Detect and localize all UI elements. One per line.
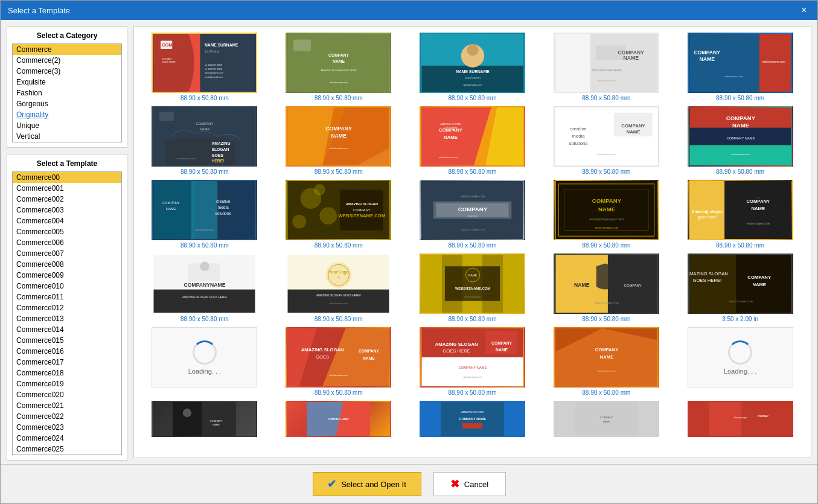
category-item[interactable]: Unique [13,120,121,131]
template-thumbnail-19[interactable]: AMAZING SLOGAN GOES HERE! COMPANY NAME W… [688,254,793,314]
template-list-item[interactable]: Commerce020 [13,389,121,400]
template-list-item[interactable]: Commerce012 [13,302,121,313]
template-thumbnail-13[interactable]: COMPANY NAME Amazing slogan goes here! W… [554,180,659,240]
template-list-item[interactable]: Commerce024 [13,433,121,444]
close-button[interactable]: × [798,4,810,16]
svg-text:COMPANY: COMPANY [600,416,613,419]
template-list-item[interactable]: Commerce006 [13,237,121,248]
template-list-item[interactable]: Commerce00 [13,172,121,183]
template-list-item[interactable]: Commerce014 [13,324,121,335]
template-list-item[interactable]: Commerce011 [13,292,121,302]
template-list-item[interactable]: Commerce025 [13,444,121,455]
template-thumbnail-3[interactable]: COMPANY NAME SLOGAN GOES HERE websitenam… [554,33,659,93]
template-thumbnail-12[interactable]: COMPANY NAME WEBSITE NAME.COM WEBSITE NA… [420,180,525,240]
template-card-loading-1[interactable]: Loading. . . [140,327,269,396]
template-card-6[interactable]: COMPANY NAME websitename.com 88.90 x 50.… [274,106,403,175]
template-card-10[interactable]: COMPANY NAME creative media solutions we… [140,180,269,249]
template-card-9[interactable]: COMPANY NAME COMPANY NAME websitename.co… [676,106,805,175]
template-card-13[interactable]: COMPANY NAME Amazing slogan goes here! W… [542,180,671,249]
template-card-11[interactable]: AMAZING SLOGAN COMPANY WEBSITENAME.COM 8… [274,180,403,249]
category-item[interactable]: Commerce(3) [13,66,121,77]
template-thumbnail-6[interactable]: COMPANY NAME websitename.com [286,106,391,167]
template-card-21[interactable]: AMAZING SLOGAN GOES HERE COMPANY NAME CO… [408,327,537,396]
template-thumbnail-10[interactable]: COMPANY NAME creative media solutions we… [152,180,257,240]
category-item[interactable]: Fashion [13,88,121,98]
template-thumbnail-5[interactable]: COMPANY NAME AMAZING SLOGAN GOES HERE! w… [152,106,257,167]
template-thumbnail-24[interactable]: COMPANY NAME [286,401,391,437]
template-list-item[interactable]: Commerce004 [13,215,121,226]
category-item[interactable]: Commerce(2) [13,55,121,66]
template-card-4[interactable]: COMPANY NAME websitename.com websitename… [676,33,805,101]
template-card-23[interactable]: COMPANY NAME [140,401,269,439]
template-card-8[interactable]: creative media solutions COMPANY NAME we… [542,106,671,175]
template-list-item[interactable]: Commerce021 [13,400,121,411]
category-item[interactable]: Gorgeous [13,98,121,109]
template-card-0[interactable]: NAME SURNAME Job Position COMPANY NAME S… [140,33,269,101]
template-card-loading-2[interactable]: Loading. . . [676,327,805,396]
template-card-7[interactable]: COMPANY NAME AMAZING SLOGAN GOES HERE we… [408,106,537,175]
template-thumbnail-25[interactable]: AMAZING SLOGAN COMPANY NAME [420,401,525,437]
template-thumbnail-1[interactable]: COMPANY NAME AMAZING SLOGAN GOES HERE! w… [286,33,391,93]
template-card-20[interactable]: AMAZING SLOGAN GOES COMPANY NAME website… [274,327,403,396]
template-thumbnail-17[interactable]: NAME WEBSITENAME.COM CORPORATION [420,254,525,314]
template-thumbnail-14[interactable]: Amazing slogan goes here! COMPANY NAME ☐… [688,180,793,240]
template-list-item[interactable]: Commerce015 [13,335,121,346]
template-card-17[interactable]: NAME WEBSITENAME.COM CORPORATION 88.90 x… [408,254,537,322]
template-card-12[interactable]: COMPANY NAME WEBSITE NAME.COM WEBSITE NA… [408,180,537,249]
template-card-3[interactable]: COMPANY NAME SLOGAN GOES HERE websitenam… [542,33,671,101]
template-list-item[interactable]: Commerce003 [13,205,121,215]
template-list-item[interactable]: Commerce002 [13,194,121,205]
template-list-item[interactable]: Commerce018 [13,368,121,378]
template-card-18[interactable]: NAME COMPANY WEBSITE NAME.COM 88.90 x 50… [542,254,671,322]
template-card-2[interactable]: NAME SURNAME Job Position websitename.co… [408,33,537,101]
template-thumbnail-16[interactable]: Your Logo R AMAZING SLOGAN GOES HERE! we… [286,254,391,314]
svg-rect-179 [173,402,202,437]
template-thumbnail-2[interactable]: NAME SURNAME Job Position websitename.co… [420,33,525,93]
template-card-26[interactable]: COMPANY NAME [542,401,671,439]
category-item[interactable]: Vertical [13,131,121,142]
template-card-5[interactable]: COMPANY NAME AMAZING SLOGAN GOES HERE! w… [140,106,269,175]
template-thumbnail-7[interactable]: COMPANY NAME AMAZING SLOGAN GOES HERE we… [420,106,525,167]
template-grid-panel[interactable]: NAME SURNAME Job Position COMPANY NAME S… [133,26,811,458]
template-thumbnail-23[interactable]: COMPANY NAME [152,401,257,437]
template-list-item[interactable]: Commerce005 [13,226,121,237]
template-list-item[interactable]: Commerce022 [13,411,121,422]
template-card-16[interactable]: Your Logo R AMAZING SLOGAN GOES HERE! we… [274,254,403,322]
template-card-14[interactable]: Amazing slogan goes here! COMPANY NAME ☐… [676,180,805,249]
template-thumbnail-20[interactable]: AMAZING SLOGAN GOES COMPANY NAME website… [286,327,391,388]
template-thumbnail-26[interactable]: COMPANY NAME [554,401,659,437]
template-thumbnail-22[interactable]: COMPANY NAME websitename.com [554,327,659,388]
category-item[interactable]: Originality [13,109,121,120]
template-list-item[interactable]: Commerce007 [13,248,121,259]
template-list-container[interactable]: Commerce00 Commerce001 Commerce002 Comme… [12,171,122,455]
template-card-24[interactable]: COMPANY NAME [274,401,403,439]
template-thumbnail-27[interactable]: Amazing slogan COMPANY [688,401,793,437]
cancel-button[interactable]: ✖ Cancel [433,472,506,496]
template-card-27[interactable]: Amazing slogan COMPANY [676,401,805,439]
template-list-item[interactable]: Commerce019 [13,378,121,389]
template-thumbnail-18[interactable]: NAME COMPANY WEBSITE NAME.COM [554,254,659,314]
template-thumbnail-0[interactable]: NAME SURNAME Job Position COMPANY NAME S… [152,33,257,93]
template-thumbnail-9[interactable]: COMPANY NAME COMPANY NAME websitename.co… [688,106,793,167]
template-card-19[interactable]: AMAZING SLOGAN GOES HERE! COMPANY NAME W… [676,254,805,322]
template-list-item[interactable]: Commerce016 [13,346,121,357]
template-list-item[interactable]: Commerce008 [13,259,121,270]
template-thumbnail-4[interactable]: COMPANY NAME websitename.com websitename… [688,33,793,93]
template-list-item[interactable]: Commerce013 [13,313,121,324]
select-open-button[interactable]: ✔ Select and Open It [313,472,421,496]
category-item[interactable]: Commerce [13,44,121,55]
template-card-25[interactable]: AMAZING SLOGAN COMPANY NAME [408,401,537,439]
template-list-item[interactable]: Commerce017 [13,357,121,368]
template-card-22[interactable]: COMPANY NAME websitename.com 88.90 x 50.… [542,327,671,396]
template-thumbnail-21[interactable]: AMAZING SLOGAN GOES HERE COMPANY NAME CO… [420,327,525,388]
template-list-item[interactable]: Commerce001 [13,183,121,194]
template-card-15[interactable]: COMPANYNAME AMAZING SLOGAN GOES HERE! 88… [140,254,269,322]
template-list-item[interactable]: Commerce009 [13,270,121,281]
template-thumbnail-15[interactable]: COMPANYNAME AMAZING SLOGAN GOES HERE! [152,254,257,314]
template-list-item[interactable]: Commerce023 [13,422,121,433]
template-list-item[interactable]: Commerce010 [13,281,121,292]
template-thumbnail-8[interactable]: creative media solutions COMPANY NAME we… [554,106,659,167]
template-card-1[interactable]: COMPANY NAME AMAZING SLOGAN GOES HERE! w… [274,33,403,101]
category-item[interactable]: Exquisite [13,77,121,88]
template-thumbnail-11[interactable]: AMAZING SLOGAN COMPANY WEBSITENAME.COM [286,180,391,240]
